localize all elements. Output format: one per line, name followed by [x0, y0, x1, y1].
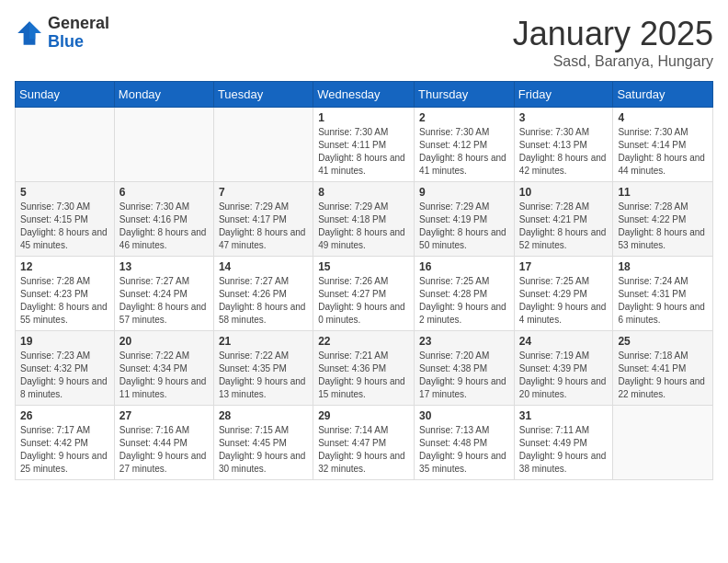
month-title: January 2025 [513, 15, 713, 53]
calendar-cell: 21Sunrise: 7:22 AM Sunset: 4:35 PM Dayli… [213, 331, 313, 406]
day-number: 19 [20, 335, 109, 348]
calendar-cell: 2Sunrise: 7:30 AM Sunset: 4:12 PM Daylig… [415, 108, 515, 182]
calendar-table: SundayMondayTuesdayWednesdayThursdayFrid… [15, 81, 713, 480]
logo-general-text: General [48, 15, 109, 33]
day-info: Sunrise: 7:30 AM Sunset: 4:14 PM Dayligh… [618, 126, 708, 178]
calendar-week-4: 19Sunrise: 7:23 AM Sunset: 4:32 PM Dayli… [16, 331, 713, 406]
day-number: 8 [318, 186, 409, 199]
day-number: 27 [119, 409, 209, 422]
calendar-cell: 9Sunrise: 7:29 AM Sunset: 4:19 PM Daylig… [415, 182, 515, 257]
day-info: Sunrise: 7:22 AM Sunset: 4:35 PM Dayligh… [219, 350, 308, 401]
calendar-cell: 10Sunrise: 7:28 AM Sunset: 4:21 PM Dayli… [514, 182, 613, 257]
page-header: General Blue January 2025 Sasd, Baranya,… [15, 15, 713, 70]
day-number: 14 [219, 260, 308, 273]
calendar-week-1: 1Sunrise: 7:30 AM Sunset: 4:11 PM Daylig… [16, 108, 713, 182]
day-info: Sunrise: 7:11 AM Sunset: 4:49 PM Dayligh… [519, 424, 609, 476]
calendar-cell: 29Sunrise: 7:14 AM Sunset: 4:47 PM Dayli… [313, 406, 415, 480]
calendar-week-2: 5Sunrise: 7:30 AM Sunset: 4:15 PM Daylig… [16, 182, 713, 257]
calendar-cell: 11Sunrise: 7:28 AM Sunset: 4:22 PM Dayli… [613, 182, 713, 257]
calendar-header-friday: Friday [514, 82, 613, 108]
day-number: 25 [618, 335, 708, 348]
calendar-header-tuesday: Tuesday [213, 82, 313, 108]
calendar-cell: 12Sunrise: 7:28 AM Sunset: 4:23 PM Dayli… [16, 257, 115, 331]
day-info: Sunrise: 7:27 AM Sunset: 4:24 PM Dayligh… [119, 275, 209, 327]
title-block: January 2025 Sasd, Baranya, Hungary [513, 15, 713, 70]
day-number: 1 [318, 111, 409, 124]
day-number: 24 [519, 335, 609, 348]
calendar-cell: 15Sunrise: 7:26 AM Sunset: 4:27 PM Dayli… [313, 257, 415, 331]
location-title: Sasd, Baranya, Hungary [513, 53, 713, 70]
calendar-cell: 1Sunrise: 7:30 AM Sunset: 4:11 PM Daylig… [313, 108, 415, 182]
day-info: Sunrise: 7:23 AM Sunset: 4:32 PM Dayligh… [20, 350, 109, 401]
calendar-cell: 3Sunrise: 7:30 AM Sunset: 4:13 PM Daylig… [514, 108, 613, 182]
calendar-cell: 25Sunrise: 7:18 AM Sunset: 4:41 PM Dayli… [613, 331, 713, 406]
calendar-cell [613, 406, 713, 480]
day-info: Sunrise: 7:25 AM Sunset: 4:29 PM Dayligh… [519, 275, 609, 327]
calendar-cell: 19Sunrise: 7:23 AM Sunset: 4:32 PM Dayli… [16, 331, 115, 406]
calendar-cell: 28Sunrise: 7:15 AM Sunset: 4:45 PM Dayli… [213, 406, 313, 480]
logo-icon [15, 18, 44, 48]
calendar-cell: 14Sunrise: 7:27 AM Sunset: 4:26 PM Dayli… [213, 257, 313, 331]
day-number: 16 [419, 260, 509, 273]
day-info: Sunrise: 7:18 AM Sunset: 4:41 PM Dayligh… [618, 350, 708, 401]
day-number: 3 [519, 111, 609, 124]
day-number: 22 [318, 335, 409, 348]
calendar-cell: 23Sunrise: 7:20 AM Sunset: 4:38 PM Dayli… [415, 331, 515, 406]
day-number: 26 [20, 409, 109, 422]
calendar-header-sunday: Sunday [16, 82, 115, 108]
svg-marker-1 [29, 21, 41, 39]
day-number: 13 [119, 260, 209, 273]
calendar-week-3: 12Sunrise: 7:28 AM Sunset: 4:23 PM Dayli… [16, 257, 713, 331]
day-info: Sunrise: 7:20 AM Sunset: 4:38 PM Dayligh… [419, 350, 509, 401]
day-info: Sunrise: 7:30 AM Sunset: 4:13 PM Dayligh… [519, 126, 609, 178]
day-number: 31 [519, 409, 609, 422]
day-info: Sunrise: 7:13 AM Sunset: 4:48 PM Dayligh… [419, 424, 509, 476]
calendar-cell: 7Sunrise: 7:29 AM Sunset: 4:17 PM Daylig… [213, 182, 313, 257]
calendar-cell [213, 108, 313, 182]
day-number: 20 [119, 335, 209, 348]
day-number: 11 [618, 186, 708, 199]
calendar-cell: 22Sunrise: 7:21 AM Sunset: 4:36 PM Dayli… [313, 331, 415, 406]
calendar-cell: 26Sunrise: 7:17 AM Sunset: 4:42 PM Dayli… [16, 406, 115, 480]
calendar-header-thursday: Thursday [415, 82, 515, 108]
day-number: 12 [20, 260, 109, 273]
calendar-cell: 16Sunrise: 7:25 AM Sunset: 4:28 PM Dayli… [415, 257, 515, 331]
day-number: 5 [20, 186, 109, 199]
day-info: Sunrise: 7:29 AM Sunset: 4:17 PM Dayligh… [219, 201, 308, 252]
day-info: Sunrise: 7:28 AM Sunset: 4:23 PM Dayligh… [20, 275, 109, 327]
day-info: Sunrise: 7:21 AM Sunset: 4:36 PM Dayligh… [318, 350, 409, 401]
day-number: 4 [618, 111, 708, 124]
day-number: 21 [219, 335, 308, 348]
calendar-cell: 30Sunrise: 7:13 AM Sunset: 4:48 PM Dayli… [415, 406, 515, 480]
day-number: 23 [419, 335, 509, 348]
day-info: Sunrise: 7:28 AM Sunset: 4:21 PM Dayligh… [519, 201, 609, 252]
calendar-cell: 8Sunrise: 7:29 AM Sunset: 4:18 PM Daylig… [313, 182, 415, 257]
day-info: Sunrise: 7:30 AM Sunset: 4:15 PM Dayligh… [20, 201, 109, 252]
day-info: Sunrise: 7:16 AM Sunset: 4:44 PM Dayligh… [119, 424, 209, 476]
calendar-header-row: SundayMondayTuesdayWednesdayThursdayFrid… [16, 82, 713, 108]
day-info: Sunrise: 7:30 AM Sunset: 4:16 PM Dayligh… [119, 201, 209, 252]
day-info: Sunrise: 7:14 AM Sunset: 4:47 PM Dayligh… [318, 424, 409, 476]
calendar-week-5: 26Sunrise: 7:17 AM Sunset: 4:42 PM Dayli… [16, 406, 713, 480]
day-number: 18 [618, 260, 708, 273]
day-info: Sunrise: 7:29 AM Sunset: 4:18 PM Dayligh… [318, 201, 409, 252]
calendar-cell: 17Sunrise: 7:25 AM Sunset: 4:29 PM Dayli… [514, 257, 613, 331]
day-number: 7 [219, 186, 308, 199]
day-number: 30 [419, 409, 509, 422]
calendar-cell: 31Sunrise: 7:11 AM Sunset: 4:49 PM Dayli… [514, 406, 613, 480]
calendar-cell: 6Sunrise: 7:30 AM Sunset: 4:16 PM Daylig… [114, 182, 213, 257]
logo: General Blue [15, 15, 109, 52]
day-info: Sunrise: 7:26 AM Sunset: 4:27 PM Dayligh… [318, 275, 409, 327]
day-number: 29 [318, 409, 409, 422]
day-info: Sunrise: 7:28 AM Sunset: 4:22 PM Dayligh… [618, 201, 708, 252]
day-number: 28 [219, 409, 308, 422]
day-info: Sunrise: 7:19 AM Sunset: 4:39 PM Dayligh… [519, 350, 609, 401]
calendar-cell [16, 108, 115, 182]
calendar-header-wednesday: Wednesday [313, 82, 415, 108]
calendar-cell: 20Sunrise: 7:22 AM Sunset: 4:34 PM Dayli… [114, 331, 213, 406]
day-info: Sunrise: 7:30 AM Sunset: 4:11 PM Dayligh… [318, 126, 409, 178]
calendar-cell: 24Sunrise: 7:19 AM Sunset: 4:39 PM Dayli… [514, 331, 613, 406]
day-number: 9 [419, 186, 509, 199]
calendar-cell: 27Sunrise: 7:16 AM Sunset: 4:44 PM Dayli… [114, 406, 213, 480]
day-number: 17 [519, 260, 609, 273]
